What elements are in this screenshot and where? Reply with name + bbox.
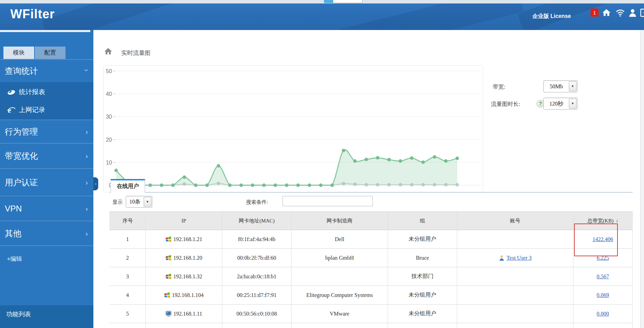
user-icon[interactable] [628, 8, 637, 18]
table-row-cell-group: 未分组用户 [388, 305, 457, 323]
table-row-cell-ip: 192.168.1.32 [146, 267, 222, 286]
svg-text:20: 20 [106, 137, 112, 143]
table-row-cell-group: 未分组用户 [388, 286, 457, 305]
sidebar-item-user-auth[interactable]: 用户认证 › [0, 168, 93, 196]
home-icon[interactable] [602, 8, 611, 18]
sidebar-item-label: 统计报表 [19, 88, 45, 97]
sidebar-collapse-handle[interactable]: ‹ [93, 177, 98, 190]
sidebar-item-behavior[interactable]: 行为管理 › [0, 120, 93, 143]
table-row-cell-vendor: bplan GmbH [292, 249, 388, 267]
sidebar-item-label: 用户认证 [5, 177, 38, 188]
breadcrumb-home-icon[interactable] [103, 47, 113, 56]
column-header-account[interactable]: 账号 [457, 211, 573, 230]
chevron-down-icon: › [83, 69, 91, 71]
table-row-cell-mac: 2a:ba:ab:0c:18:b1 [222, 267, 292, 286]
table-row-cell-vendor: Elitegroup Computer Systems [292, 286, 388, 305]
monitor-icon [165, 311, 172, 317]
table-row-cell-ip: 192.168.1.21 [146, 230, 222, 249]
sidebar-edit-link[interactable]: +编辑 [7, 255, 22, 263]
chevron-down-icon: ▼ [569, 99, 576, 109]
browser-e-icon: e [7, 106, 16, 114]
table-row-cell-bandwidth: 0.000 [573, 305, 633, 323]
wifi-icon[interactable] [615, 8, 625, 18]
column-header-ip[interactable]: IP [146, 211, 222, 230]
table-row-cell-vendor: Dell [292, 230, 388, 249]
page-size-select[interactable]: 10条 ▼ [126, 196, 152, 208]
table-row-cell-mac [222, 323, 292, 328]
account-link[interactable]: Test User 3 [507, 255, 532, 261]
table-row-cell-account [457, 267, 573, 286]
sidebar-item-web-records[interactable]: e 上网记录 [0, 101, 93, 119]
notification-badge[interactable]: 1 [591, 9, 599, 17]
tab-modules[interactable]: 模块 [3, 47, 34, 59]
traffic-chart-svg: 50403020100 [104, 66, 483, 192]
page-size-value: 10条 [126, 196, 144, 207]
search-label: 搜索条件: [246, 199, 268, 206]
logout-icon[interactable] [640, 8, 644, 18]
table-row-cell-mac: 00:0b:2f:7b:df:60 [222, 249, 292, 267]
online-users-panel: 显示 10条 ▼ 搜索条件: 序号 IP 网卡地址(MAC) 网卡制造商 组 账… [110, 192, 633, 328]
sidebar-item-label: 行为管理 [5, 126, 38, 137]
duration-select-value: 120秒 [544, 98, 569, 109]
windows-icon [164, 292, 170, 298]
sidebar-item-bandwidth[interactable]: 带宽优化 › [0, 143, 93, 168]
sidebar-item-vpn[interactable]: VPN › [0, 196, 93, 221]
tab-online-users[interactable]: 在线用户 [111, 179, 145, 192]
windows-icon [165, 274, 172, 280]
chevron-right-icon: › [85, 178, 88, 186]
table-row-cell-account [457, 230, 573, 249]
bandwidth-label: 带宽: [493, 83, 505, 91]
sidebar-item-label: 带宽优化 [5, 150, 38, 161]
sidebar-item-label: 其他 [5, 228, 21, 239]
license-label: 企业版 License [532, 13, 571, 20]
svg-text:10: 10 [106, 160, 112, 166]
table-row-cell-ip [146, 323, 222, 328]
column-header-mac[interactable]: 网卡地址(MAC) [222, 211, 292, 230]
sidebar-footer[interactable]: 功能列表 [0, 305, 93, 328]
scrollbar[interactable] [640, 30, 644, 328]
table-row-cell-vendor: VMware [292, 305, 388, 323]
duration-select[interactable]: 120秒 ▼ [543, 98, 577, 110]
chevron-right-icon: › [85, 152, 88, 160]
table-row-cell-account: Test User 3 [457, 249, 573, 267]
column-header-vendor[interactable]: 网卡制造商 [292, 211, 388, 230]
search-input[interactable] [283, 196, 373, 206]
sidebar-item-label: 上网记录 [19, 106, 45, 115]
sort-desc-icon: ↓ [616, 218, 618, 223]
table-row-cell-ip: 192.168.1.104 [146, 286, 222, 305]
table-row-cell-no: 3 [110, 267, 146, 286]
table-row-cell-group: 未分组用户 [388, 230, 457, 249]
sidebar-top-divider [0, 30, 90, 32]
bandwidth-select[interactable]: 50Mb ▼ [543, 80, 577, 92]
red-annotation-box [574, 223, 618, 256]
table-row-cell-no [110, 323, 146, 328]
sidebar-item-query-stats[interactable]: 查询统计 › [0, 59, 93, 82]
table-row-cell-bandwidth [573, 323, 633, 328]
bandwidth-link[interactable]: 0.000 [597, 311, 609, 317]
table-row-cell-mac: 00:50:56:c0:10:08 [222, 305, 292, 323]
table-row-cell-account [457, 323, 573, 328]
chevron-down-icon: ▼ [144, 197, 151, 207]
bandwidth-link[interactable]: 0.567 [597, 274, 609, 280]
chevron-down-icon: ▼ [569, 81, 576, 91]
table-row-cell-mac: f0:1f:af:4a:94:4b [222, 230, 292, 249]
column-header-group[interactable]: 组 [388, 211, 457, 230]
sidebar-item-label: VPN [5, 204, 22, 213]
column-header-no[interactable]: 序号 [110, 211, 146, 230]
page-title: 实时流量图 [121, 49, 151, 57]
sidebar-submenu: 统计报表 e 上网记录 [0, 82, 93, 120]
table-row-cell-group: Bruce [388, 249, 457, 267]
sidebar-item-other[interactable]: 其他 › [0, 221, 93, 246]
tab-config[interactable]: 配置 [35, 47, 65, 59]
header-texture [310, 3, 524, 30]
sidebar-item-stat-report[interactable]: 统计报表 [0, 83, 93, 101]
chevron-right-icon: › [85, 229, 88, 237]
table-row-cell-vendor [292, 323, 388, 328]
bandwidth-link[interactable]: 0.069 [597, 292, 609, 298]
app-logo: WFilter [10, 7, 55, 21]
svg-text:30: 30 [106, 114, 112, 120]
bandwidth-select-value: 50Mb [544, 81, 569, 92]
table-row-cell-ip: 192.168.1.11 [146, 305, 222, 323]
svg-text:40: 40 [106, 91, 112, 97]
table-row-cell-no: 5 [110, 305, 146, 323]
